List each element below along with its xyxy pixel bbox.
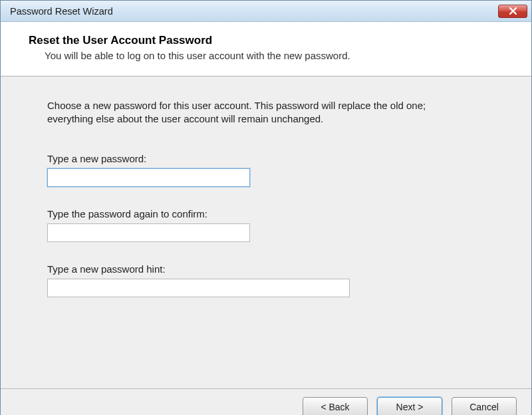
- back-button[interactable]: < Back: [303, 397, 368, 415]
- field-new-password: Type a new password:: [47, 153, 485, 187]
- window-title: Password Reset Wizard: [10, 6, 113, 17]
- password-hint-label: Type a new password hint:: [47, 263, 485, 275]
- close-button[interactable]: [498, 5, 527, 18]
- page-subtitle: You will be able to log on to this user …: [45, 50, 518, 61]
- instruction-text: Choose a new password for this user acco…: [47, 99, 426, 126]
- close-icon: [509, 5, 517, 17]
- button-bar: < Back Next > Cancel: [1, 389, 531, 415]
- header-panel: Reset the User Account Password You will…: [1, 22, 531, 76]
- next-button[interactable]: Next >: [377, 397, 442, 415]
- field-password-hint: Type a new password hint:: [47, 263, 485, 297]
- page-title: Reset the User Account Password: [29, 34, 518, 47]
- confirm-password-label: Type the password again to confirm:: [47, 208, 485, 219]
- password-hint-input[interactable]: [47, 279, 350, 297]
- wizard-window: Password Reset Wizard Reset the User Acc…: [0, 0, 532, 415]
- titlebar: Password Reset Wizard: [1, 1, 531, 22]
- cancel-button[interactable]: Cancel: [452, 397, 517, 415]
- new-password-label: Type a new password:: [47, 153, 485, 164]
- field-confirm-password: Type the password again to confirm:: [47, 208, 485, 242]
- confirm-password-input[interactable]: [47, 223, 250, 242]
- content-panel: Choose a new password for this user acco…: [1, 76, 531, 389]
- new-password-input[interactable]: [47, 168, 250, 187]
